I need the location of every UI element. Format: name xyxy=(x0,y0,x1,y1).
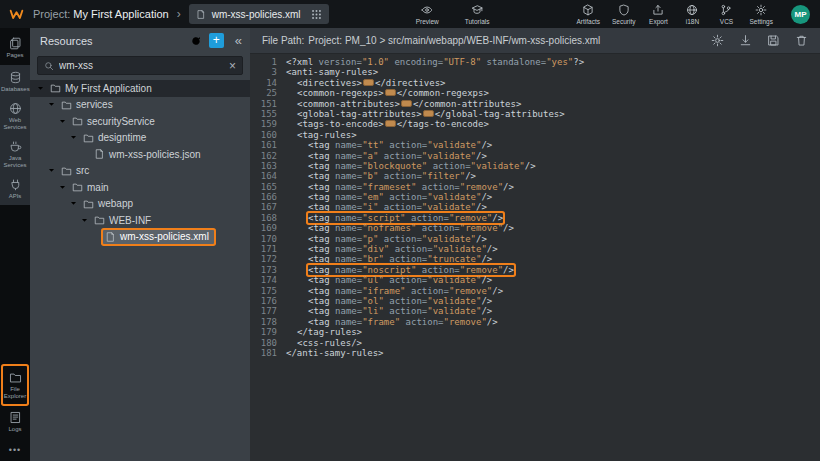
code-line-180[interactable]: 180<css-rules/> xyxy=(250,338,820,348)
pages-icon xyxy=(9,37,22,50)
folder-icon xyxy=(83,132,94,144)
code-line-162[interactable]: 162<tag name="a" action="validate"/> xyxy=(250,151,820,161)
tree-item-services[interactable]: services xyxy=(30,97,250,114)
grid-icon[interactable] xyxy=(311,9,322,20)
code-line-178[interactable]: 178<tag name="frame" action="remove"/> xyxy=(250,317,820,327)
tree-item-main[interactable]: main xyxy=(30,179,250,196)
tree-item-web-inf[interactable]: WEB-INF xyxy=(30,212,250,229)
code-line-171[interactable]: 171<tag name="div" action="validate"/> xyxy=(250,244,820,254)
code-token: "li" xyxy=(362,306,384,316)
rail-item-logs[interactable]: Logs xyxy=(0,406,30,437)
code-editor[interactable]: 1<?xml version="1.0" encoding="UTF-8" st… xyxy=(250,54,820,461)
api-icon xyxy=(9,178,22,191)
code-line-160[interactable]: 160<tag-rules> xyxy=(250,130,820,140)
tree-item-my-first-application[interactable]: My First Application xyxy=(30,80,250,97)
topbar-artifacts-button[interactable]: Artifacts xyxy=(577,4,600,25)
topbar-export-button[interactable]: Export xyxy=(647,4,669,25)
code-line-151[interactable]: 151<common-attributes></common-attribute… xyxy=(250,99,820,109)
delete-button[interactable] xyxy=(795,34,808,47)
rail-item-pages[interactable]: Pages xyxy=(0,32,30,63)
code-line-155[interactable]: 155<global-tag-attributes></global-tag-a… xyxy=(250,109,820,119)
search-input[interactable] xyxy=(59,60,224,71)
clear-search-icon[interactable]: × xyxy=(229,60,236,72)
rail-item-web-services[interactable]: Web Services xyxy=(0,97,30,135)
project-switcher[interactable]: Project: My First Application xyxy=(33,8,169,20)
preview-button[interactable]: Preview xyxy=(416,4,439,25)
tab-label: wm-xss-policies.xml xyxy=(212,9,301,20)
code-line-164[interactable]: 164<tag name="b" action="filter"/> xyxy=(250,171,820,181)
add-resource-button[interactable]: + xyxy=(209,33,224,48)
rail-services-group: DatabasesWeb ServicesJava ServicesAPIs xyxy=(0,65,30,205)
code-line-1[interactable]: 1<?xml version="1.0" encoding="UTF-8" st… xyxy=(250,57,820,67)
topbar-vcs-button[interactable]: VCS xyxy=(715,4,737,25)
code-fold-icon[interactable] xyxy=(385,120,396,127)
code-line-172[interactable]: 172<tag name="br" action="truncate"/> xyxy=(250,254,820,264)
code-token: /> xyxy=(503,182,514,192)
tree-item-chip: wm-xss-policies.json xyxy=(92,147,206,161)
code-token: name= xyxy=(335,171,362,181)
collapse-panel-button[interactable]: « xyxy=(235,34,242,47)
save-button[interactable] xyxy=(767,34,780,47)
code-line-163[interactable]: 163<tag name="blockquote" action="valida… xyxy=(250,161,820,171)
code-line-166[interactable]: 166<tag name="em" action="validate"/> xyxy=(250,192,820,202)
rail-item-databases[interactable]: Databases xyxy=(0,66,30,97)
code-line-179[interactable]: 179</tag-rules> xyxy=(250,327,820,337)
line-number: 164 xyxy=(250,171,286,181)
tree-item-src[interactable]: src xyxy=(30,163,250,180)
code-token: <anti-samy-rules> xyxy=(286,67,378,77)
code-line-175[interactable]: 175<tag name="iframe" action="remove"/> xyxy=(250,286,820,296)
code-token: <tag xyxy=(308,317,335,327)
code-line-25[interactable]: 25<common-regexps></common-regexps> xyxy=(250,88,820,98)
code-line-167[interactable]: 167<tag name="i" action="validate"/> xyxy=(250,202,820,212)
tree-item-webapp[interactable]: webapp xyxy=(30,196,250,213)
rail-item-java-services[interactable]: Java Services xyxy=(0,135,30,173)
rail-item-label: Logs xyxy=(8,426,21,433)
code-line-159[interactable]: 159<tags-to-encode></tags-to-encode> xyxy=(250,119,820,129)
code-token: name= xyxy=(335,254,362,264)
code-line-3[interactable]: 3<anti-samy-rules> xyxy=(250,67,820,77)
code-line-170[interactable]: 170<tag name="p" action="validate"/> xyxy=(250,234,820,244)
resources-header: Resources + « xyxy=(30,28,250,53)
code-line-181[interactable]: 181</anti-samy-rules> xyxy=(250,348,820,358)
code-token: "remove" xyxy=(449,213,492,223)
code-line-165[interactable]: 165<tag name="frameset" action="remove"/… xyxy=(250,182,820,192)
tree-item-wm-xss-policies-xml[interactable]: wm-xss-policies.xml xyxy=(30,229,250,246)
more-menu-button[interactable]: ••• xyxy=(0,437,30,461)
tab-wm-xss-policies[interactable]: wm-xss-policies.xml xyxy=(189,4,329,24)
tree-item-securityservice[interactable]: securityService xyxy=(30,113,250,130)
tutorials-button[interactable]: Tutorials xyxy=(465,4,490,25)
code-fold-icon[interactable] xyxy=(363,79,374,86)
line-number: 3 xyxy=(250,67,286,77)
code-line-169[interactable]: 169<tag name="noframes" action="remove"/… xyxy=(250,223,820,233)
line-content: <tag-rules> xyxy=(286,130,357,140)
code-token: /> xyxy=(481,296,492,306)
code-line-161[interactable]: 161<tag name="tt" action="validate"/> xyxy=(250,140,820,150)
code-token: name= xyxy=(335,182,362,192)
code-fold-icon[interactable] xyxy=(385,89,396,96)
topbar-i18n-button[interactable]: i18N xyxy=(681,4,703,25)
code-line-176[interactable]: 176<tag name="ol" action="validate"/> xyxy=(250,296,820,306)
topbar-settings-button[interactable]: Settings xyxy=(749,4,773,25)
project-name: My First Application xyxy=(73,8,168,20)
code-fold-icon[interactable] xyxy=(401,100,412,107)
code-token: "validate" xyxy=(433,244,487,254)
tree-item-designtime[interactable]: designtime xyxy=(30,130,250,147)
topbar-security-button[interactable]: Security xyxy=(612,4,635,25)
code-fold-icon[interactable] xyxy=(423,110,434,117)
code-token: "UTF-8" xyxy=(443,57,481,67)
code-token: "b" xyxy=(362,171,378,181)
tree-item-wm-xss-policies-json[interactable]: wm-xss-policies.json xyxy=(30,146,250,163)
folder-icon xyxy=(50,82,61,94)
code-token: standalone= xyxy=(481,57,546,67)
code-line-14[interactable]: 14<directives></directives> xyxy=(250,78,820,88)
rail-item-file-explorer[interactable]: File Explorer xyxy=(3,366,27,404)
download-button[interactable] xyxy=(739,34,752,47)
rail-item-apis[interactable]: APIs xyxy=(0,173,30,204)
settings-button[interactable] xyxy=(711,34,724,47)
code-line-177[interactable]: 177<tag name="li" action="validate"/> xyxy=(250,306,820,316)
code-line-168[interactable]: 168<tag name="script" action="remove"/> xyxy=(250,213,820,223)
code-line-174[interactable]: 174<tag name="ul" action="validate"/> xyxy=(250,275,820,285)
avatar[interactable]: MP xyxy=(791,5,810,24)
refresh-icon[interactable] xyxy=(190,35,202,47)
code-line-173[interactable]: 173<tag name="noscript" action="remove"/… xyxy=(250,265,820,275)
